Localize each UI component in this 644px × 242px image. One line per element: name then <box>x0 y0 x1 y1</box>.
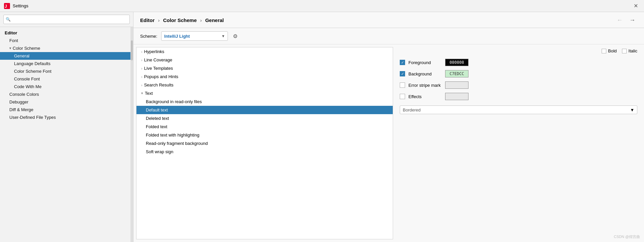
arrow-icon: ▾ <box>9 46 11 50</box>
sidebar-scrollbar-thumb <box>131 40 133 60</box>
sidebar-item-font[interactable]: Font <box>0 37 130 44</box>
main-container: 🔍 Editor Font ▾Color Scheme General Lang… <box>0 12 644 242</box>
background-label: Background <box>408 71 442 76</box>
effects-checkbox[interactable] <box>400 94 405 99</box>
foreground-color-value: 080808 <box>449 60 464 65</box>
effects-label: Effects <box>408 94 442 99</box>
italic-checkbox[interactable] <box>622 49 627 53</box>
window-title: Settings <box>13 3 632 8</box>
breadcrumb-sep2: › <box>200 17 203 23</box>
sidebar-item-console-colors[interactable]: Console Colors <box>0 90 130 98</box>
scheme-dropdown-value: IntelliJ Light <box>164 34 221 39</box>
tree-item-search-results[interactable]: ›Search Results <box>136 81 393 89</box>
split-pane: ›Hyperlinks ›Line Coverage ›Live Templat… <box>133 44 644 242</box>
nav-arrows: ← → <box>615 16 637 24</box>
scheme-dropdown[interactable]: IntelliJ Light ▼ <box>161 31 228 41</box>
italic-label: Italic <box>628 48 637 53</box>
sidebar-item-language-defaults[interactable]: Language Defaults <box>0 60 130 67</box>
tree-arrow-icon: ▾ <box>141 91 143 95</box>
sidebar-item-debugger[interactable]: Debugger <box>0 98 130 106</box>
foreground-row: ✓ Foreground 080808 <box>400 59 637 66</box>
foreground-checkbox[interactable]: ✓ <box>400 60 405 65</box>
tree-item-folded-text[interactable]: Folded text <box>136 123 393 131</box>
sidebar-item-console-font[interactable]: Console Font <box>0 75 130 83</box>
background-checkbox[interactable]: ✓ <box>400 71 405 76</box>
tree-item-soft-wrap[interactable]: Soft wrap sign <box>136 148 393 156</box>
content-header: Editor › Color Scheme › General ← → <box>133 12 644 28</box>
format-row: Bold Italic <box>400 48 637 53</box>
tree-arrow-icon: › <box>141 83 142 87</box>
tree-arrow-icon: › <box>141 66 142 70</box>
error-stripe-color-swatch[interactable] <box>445 81 468 89</box>
breadcrumb-sep1: › <box>158 17 161 23</box>
breadcrumb-editor: Editor <box>140 17 154 23</box>
sidebar-item-general[interactable]: General <box>0 52 130 60</box>
tree-item-text[interactable]: ▾Text <box>136 89 393 97</box>
sidebar-item-user-defined[interactable]: User-Defined File Types <box>0 113 130 121</box>
tree-item-deleted-text[interactable]: Deleted text <box>136 114 393 123</box>
scheme-label: Scheme: <box>140 34 157 39</box>
breadcrumb: Editor › Color Scheme › General <box>140 17 224 23</box>
bold-checkbox-item[interactable]: Bold <box>602 48 617 53</box>
effects-dropdown-value: Bordered <box>403 107 630 112</box>
search-bar: 🔍 <box>0 12 133 27</box>
sidebar-section-editor: Editor <box>0 29 130 37</box>
error-stripe-label: Error stripe mark <box>408 83 442 88</box>
tree-item-bg-readonly[interactable]: Background in read-only files <box>136 97 393 106</box>
sidebar-item-color-scheme[interactable]: ▾Color Scheme <box>0 44 130 52</box>
tree-arrow-icon: › <box>141 75 142 79</box>
sidebar-item-diff-merge[interactable]: Diff & Merge <box>0 106 130 113</box>
sidebar-scroll-container: Editor Font ▾Color Scheme General Langua… <box>0 27 133 242</box>
breadcrumb-general: General <box>205 17 224 23</box>
scheme-row: Scheme: IntelliJ Light ▼ ⚙ <box>133 28 644 44</box>
tree-item-line-coverage[interactable]: ›Line Coverage <box>136 56 393 64</box>
tree-item-hyperlinks[interactable]: ›Hyperlinks <box>136 47 393 56</box>
content-area: Editor › Color Scheme › General ← → Sche… <box>133 12 644 242</box>
background-color-swatch[interactable]: C7EDCC <box>445 70 468 77</box>
search-icon: 🔍 <box>6 17 11 22</box>
sidebar-tree: Editor Font ▾Color Scheme General Langua… <box>0 27 130 242</box>
watermark: CSDN @煌宫曲 <box>614 234 640 239</box>
error-stripe-row: Error stripe mark <box>400 81 637 89</box>
background-row: ✓ Background C7EDCC <box>400 70 637 77</box>
breadcrumb-color-scheme: Color Scheme <box>163 17 197 23</box>
bold-label: Bold <box>608 48 617 53</box>
tree-item-default-text[interactable]: Default text <box>136 106 393 114</box>
svg-text:J: J <box>5 4 7 9</box>
bold-checkbox[interactable] <box>602 49 606 53</box>
sidebar-item-color-scheme-font[interactable]: Color Scheme Font <box>0 67 130 75</box>
effects-type-dropdown[interactable]: Bordered ▼ <box>400 105 637 114</box>
app-icon: J <box>4 3 10 9</box>
tree-pane: ›Hyperlinks ›Line Coverage ›Live Templat… <box>136 47 393 239</box>
effects-color-swatch[interactable] <box>445 93 468 100</box>
italic-checkbox-item[interactable]: Italic <box>622 48 637 53</box>
title-bar: J Settings ✕ <box>0 0 644 12</box>
search-input[interactable] <box>3 15 130 24</box>
background-color-value: C7EDCC <box>449 71 464 76</box>
nav-back-button[interactable]: ← <box>615 16 625 24</box>
tree-item-popups-hints[interactable]: ›Popups and Hints <box>136 72 393 81</box>
tree-arrow-icon: › <box>141 50 142 54</box>
tree-item-live-templates[interactable]: ›Live Templates <box>136 64 393 72</box>
sidebar-scrollbar[interactable] <box>130 27 133 242</box>
right-pane: Bold Italic ✓ Foreground 080808 <box>393 44 644 242</box>
effects-row: Effects <box>400 93 637 100</box>
gear-button[interactable]: ⚙ <box>232 32 239 40</box>
foreground-label: Foreground <box>408 60 442 65</box>
search-wrapper: 🔍 <box>3 15 130 24</box>
tree-item-readonly-fragment[interactable]: Read-only fragment background <box>136 139 393 148</box>
error-stripe-checkbox[interactable] <box>400 82 405 88</box>
foreground-color-swatch[interactable]: 080808 <box>445 59 468 66</box>
nav-forward-button[interactable]: → <box>627 16 637 24</box>
close-button[interactable]: ✕ <box>632 2 640 10</box>
tree-arrow-icon: › <box>141 58 142 62</box>
sidebar-item-code-with-me[interactable]: Code With Me <box>0 83 130 90</box>
chevron-down-icon: ▼ <box>221 34 225 38</box>
effects-dropdown-arrow-icon: ▼ <box>630 107 634 112</box>
sidebar: 🔍 Editor Font ▾Color Scheme General Lang… <box>0 12 133 242</box>
tree-item-folded-text-hl[interactable]: Folded text with highlighting <box>136 131 393 139</box>
